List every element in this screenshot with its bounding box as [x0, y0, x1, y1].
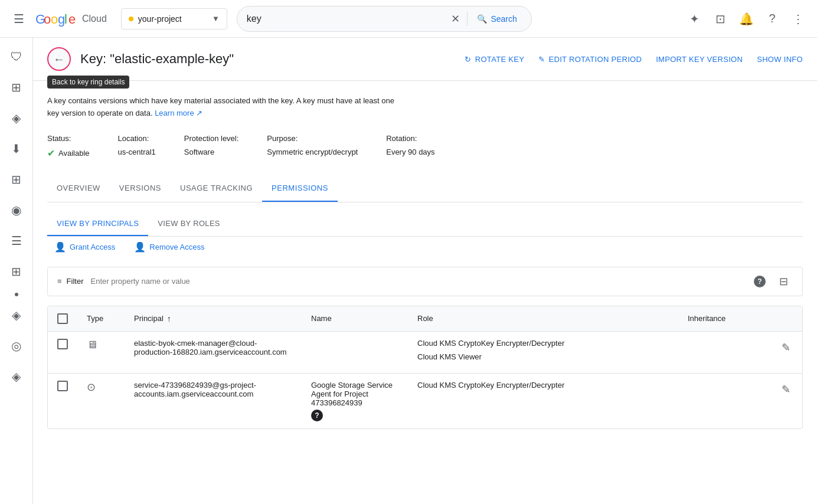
notifications-button[interactable]: 🔔 — [734, 7, 758, 31]
tab-permissions[interactable]: PERMISSIONS — [262, 175, 338, 202]
th-type: Type — [77, 306, 125, 332]
row2-edit-button[interactable]: ✎ — [779, 381, 793, 398]
grant-access-button[interactable]: 👤 Grant Access — [47, 237, 122, 257]
row2-type-cell: ⊙ — [77, 373, 125, 428]
row2-name-container: Google Storage Service Agent for Project… — [311, 381, 398, 421]
status-value: ✔ Available — [47, 148, 90, 159]
row1-principal-value: elastic-byok-cmek-manager@cloud-producti… — [134, 339, 287, 356]
th-inheritance: Inheritance — [678, 306, 767, 332]
subtab-by-roles[interactable]: VIEW BY ROLES — [148, 212, 230, 236]
row2-help-icon[interactable]: ? — [311, 410, 323, 421]
grid-icon: ⊞ — [11, 172, 21, 186]
filter-icon: ≡ — [57, 277, 62, 286]
rotate-key-button[interactable]: ↻ ROTATE KEY — [465, 55, 524, 64]
meta-protection: Protection level: Software — [184, 134, 239, 159]
help-button[interactable]: ? — [760, 7, 784, 31]
sidebar-item-analytics[interactable]: ◉ — [2, 196, 31, 224]
cloud-text: Cloud — [82, 14, 107, 24]
widgets-icon: ⊞ — [11, 264, 21, 279]
location-label: Location: — [118, 134, 156, 143]
remove-access-label: Remove Access — [149, 243, 204, 251]
sidebar-item-download[interactable]: ⬇ — [2, 135, 31, 163]
principal-column-label: Principal — [134, 314, 164, 323]
more-options-button[interactable]: ⋮ — [786, 7, 810, 31]
th-name: Name — [302, 306, 408, 332]
row1-inheritance-cell — [678, 331, 767, 373]
edit-rotation-label: EDIT ROTATION PERIOD — [549, 55, 642, 64]
th-role: Role — [408, 306, 678, 332]
row1-role-1: Cloud KMS CryptoKey Encrypter/Decrypter — [417, 339, 669, 348]
columns-button[interactable]: ⊟ — [774, 272, 793, 291]
th-checkbox — [48, 306, 77, 332]
search-button[interactable]: 🔍 Search — [472, 12, 521, 26]
content-area: A key contains versions which have key m… — [33, 81, 817, 453]
search-clear-icon[interactable]: ✕ — [449, 10, 462, 28]
permissions-actions: 👤 Grant Access 👤 Remove Access — [47, 237, 803, 257]
metadata-row: Status: ✔ Available Location: us-central… — [47, 134, 803, 159]
more-icon: ⋮ — [792, 12, 804, 26]
page-header: ← Back to key ring details Key: "elastic… — [33, 38, 817, 81]
header-checkbox[interactable] — [57, 313, 68, 324]
sidebar-item-grid[interactable]: ⊞ — [2, 165, 31, 194]
meta-purpose: Purpose: Symmetric encrypt/decrypt — [267, 134, 358, 159]
shield-icon: 🛡 — [11, 50, 22, 64]
search-input[interactable] — [247, 14, 449, 24]
sidebar-item-shield[interactable]: ◈ — [2, 104, 31, 132]
project-name: your-project — [138, 14, 207, 24]
row1-checkbox[interactable] — [57, 339, 68, 349]
rotate-icon: ↻ — [465, 55, 471, 64]
svg-text:l: l — [64, 12, 67, 27]
search-bar: ✕ 🔍 Search — [237, 6, 532, 32]
filter-label: Filter — [67, 277, 84, 286]
filter-help-button[interactable]: ? — [750, 272, 769, 291]
row2-inheritance-cell — [678, 373, 767, 428]
tab-versions[interactable]: VERSIONS — [110, 175, 171, 202]
header-actions: ↻ ROTATE KEY ✎ EDIT ROTATION PERIOD IMPO… — [465, 55, 803, 64]
rotate-key-label: ROTATE KEY — [475, 55, 524, 64]
project-selector[interactable]: your-project ▼ — [121, 8, 227, 30]
sidebar-item-policy[interactable]: ◎ — [2, 332, 31, 360]
row2-principal-cell: service-473396824939@gs-project-accounts… — [125, 373, 302, 428]
sidebar-item-widgets[interactable]: ⊞ — [2, 257, 31, 286]
dashboard-icon: ⊞ — [11, 80, 21, 94]
meta-location: Location: us-central1 — [118, 134, 156, 159]
learn-more-link[interactable]: Learn more ↗ — [155, 109, 202, 117]
hamburger-icon: ☰ — [14, 12, 24, 26]
tab-overview[interactable]: OVERVIEW — [47, 175, 110, 202]
edit-pencil-icon-2: ✎ — [782, 384, 790, 395]
row1-edit-button[interactable]: ✎ — [779, 339, 793, 356]
main-content: ← Back to key ring details Key: "elastic… — [33, 38, 817, 453]
remove-access-button[interactable]: 👤 Remove Access — [127, 237, 211, 257]
hamburger-button[interactable]: ☰ — [7, 7, 31, 31]
permissions-table: Type Principal ↑ Name Role Inheritance — [47, 306, 803, 429]
top-nav: ☰ G o o g l e Cloud your-project ▼ ✕ 🔍 S… — [0, 0, 817, 38]
status-check-icon: ✔ — [47, 148, 55, 159]
analytics-icon: ◉ — [11, 203, 21, 217]
help-icon: ? — [769, 12, 775, 25]
gemini-button[interactable]: ✦ — [682, 7, 706, 31]
list-icon: ☰ — [11, 234, 22, 248]
show-info-button[interactable]: SHOW INFO — [757, 55, 803, 64]
cloud-shell-button[interactable]: ⊡ — [708, 7, 732, 31]
import-key-button[interactable]: IMPORT KEY VERSION — [656, 55, 743, 64]
filter-input[interactable] — [90, 277, 750, 286]
back-button[interactable]: ← — [47, 47, 71, 71]
rotation-value: Every 90 days — [386, 148, 434, 156]
google-logo[interactable]: G o o g l e Cloud — [35, 10, 107, 28]
svg-text:o: o — [51, 12, 58, 27]
rotation-label: Rotation: — [386, 134, 434, 143]
sidebar-item-key[interactable]: ◈ — [2, 301, 31, 329]
tab-usage-tracking[interactable]: USAGE TRACKING — [171, 175, 262, 202]
sidebar-item-dashboard[interactable]: ⊞ — [2, 73, 31, 102]
back-btn-container: ← Back to key ring details — [47, 47, 71, 71]
sidebar-item-badge[interactable]: ◈ — [2, 362, 31, 391]
back-button-tooltip: Back to key ring details — [47, 76, 129, 89]
subtab-by-principals[interactable]: VIEW BY PRINCIPALS — [47, 212, 148, 236]
sidebar-item-list[interactable]: ☰ — [2, 227, 31, 255]
edit-rotation-button[interactable]: ✎ EDIT ROTATION PERIOD — [538, 55, 642, 64]
svg-text:o: o — [44, 12, 51, 27]
sidebar-item-security[interactable]: 🛡 — [2, 42, 31, 71]
meta-rotation: Rotation: Every 90 days — [386, 134, 434, 159]
row2-checkbox[interactable] — [57, 381, 68, 391]
row2-name-cell: Google Storage Service Agent for Project… — [302, 373, 408, 428]
